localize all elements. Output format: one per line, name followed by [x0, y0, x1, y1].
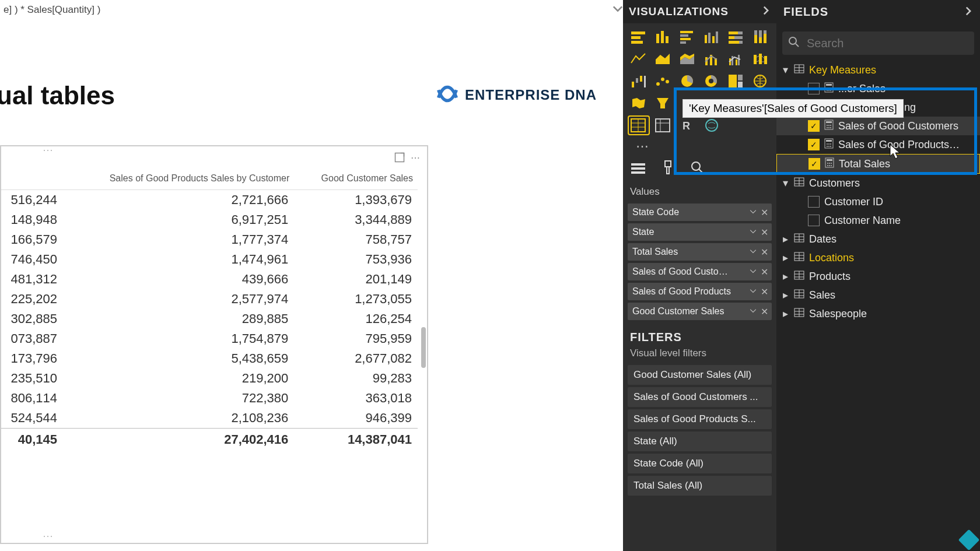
- fields-well-icon[interactable]: [630, 161, 646, 179]
- table-locations[interactable]: ▸Locations: [776, 248, 980, 267]
- area-chart-icon[interactable]: [653, 50, 673, 68]
- column-header[interactable]: Good Customer Sales: [294, 170, 418, 190]
- map-icon[interactable]: [751, 72, 771, 90]
- table-row[interactable]: 073,8871,754,879795,959: [1, 329, 418, 349]
- filter-pill[interactable]: Sales of Good Products S...: [628, 409, 772, 429]
- table-row[interactable]: 235,510219,20099,283: [1, 368, 418, 388]
- table-row[interactable]: 806,114722,380363,018: [1, 388, 418, 408]
- checkbox[interactable]: [808, 215, 820, 226]
- table-visual-icon[interactable]: [629, 117, 649, 134]
- donut-chart-icon[interactable]: [702, 72, 722, 90]
- table-row[interactable]: 524,5442,108,236946,399: [1, 408, 418, 429]
- value-pill[interactable]: Sales of Good Products✕: [628, 283, 772, 300]
- chevron-right-icon[interactable]: [761, 5, 771, 18]
- line-chart-icon[interactable]: [629, 50, 649, 68]
- table-row[interactable]: 302,885289,885126,254: [1, 309, 418, 329]
- line-stacked-column-icon[interactable]: [702, 50, 722, 68]
- report-canvas[interactable]: ual tables ENTERPRISE DNA ⋯ ⋯ ⋯ Sales of…: [0, 20, 623, 551]
- visual-gallery[interactable]: R ⋯: [623, 23, 776, 156]
- r-visual-icon[interactable]: R: [678, 117, 698, 134]
- field-row[interactable]: ✓Sales of Good Customers: [776, 117, 980, 135]
- treemap-icon[interactable]: [726, 72, 746, 90]
- chevron-down-icon[interactable]: [750, 247, 757, 257]
- filter-pill[interactable]: Good Customer Sales (All): [628, 365, 772, 385]
- column-header[interactable]: [1, 170, 63, 190]
- checkbox[interactable]: ✓: [808, 158, 820, 170]
- field-row[interactable]: ✓Total Sales: [776, 154, 980, 174]
- focus-mode-icon[interactable]: [394, 152, 405, 165]
- more-visuals-icon[interactable]: ⋯: [629, 139, 771, 154]
- table-row[interactable]: 166,5791,777,374758,757: [1, 230, 418, 250]
- remove-icon[interactable]: ✕: [761, 227, 768, 238]
- clustered-column-icon[interactable]: [702, 28, 722, 45]
- field-row[interactable]: ...er Sales: [776, 79, 980, 98]
- remove-icon[interactable]: ✕: [761, 306, 768, 317]
- fields-search[interactable]: [782, 31, 974, 55]
- visualizations-header[interactable]: VISUALIZATIONS: [623, 0, 776, 23]
- chevron-down-icon[interactable]: [750, 306, 757, 317]
- stacked-bar-icon[interactable]: [629, 28, 649, 45]
- more-options-icon[interactable]: ⋯: [411, 152, 420, 165]
- checkbox[interactable]: ✓: [808, 120, 820, 132]
- filled-map-icon[interactable]: [629, 94, 649, 112]
- filter-pill[interactable]: State (All): [628, 431, 772, 451]
- clustered-bar-icon[interactable]: [678, 28, 698, 45]
- table-row[interactable]: 516,2442,721,6661,393,679: [1, 190, 418, 210]
- chevron-down-icon[interactable]: [750, 266, 757, 277]
- chevron-down-icon[interactable]: [750, 286, 757, 297]
- table-key-measures[interactable]: ▾Key Measures: [776, 61, 980, 79]
- value-pill[interactable]: State✕: [628, 223, 772, 241]
- scrollbar-thumb[interactable]: [421, 327, 426, 368]
- chevron-down-icon[interactable]: [750, 227, 757, 237]
- line-clustered-column-icon[interactable]: [726, 50, 746, 68]
- ribbon-chart-icon[interactable]: [751, 50, 771, 68]
- table-row[interactable]: 746,4501,474,961753,936: [1, 250, 418, 269]
- table-row[interactable]: 481,312439,666201,149: [1, 269, 418, 289]
- table-row[interactable]: 148,9486,917,2513,344,889: [1, 210, 418, 230]
- table-row[interactable]: 173,7965,438,6592,677,082: [1, 349, 418, 368]
- table-row[interactable]: 225,2022,577,9741,273,055: [1, 289, 418, 309]
- chevron-down-icon[interactable]: [750, 207, 757, 217]
- value-pill[interactable]: Total Sales✕: [628, 243, 772, 261]
- remove-icon[interactable]: ✕: [761, 207, 768, 218]
- filter-pill[interactable]: Sales of Good Customers ...: [628, 387, 772, 407]
- value-pill[interactable]: Good Customer Sales✕: [628, 303, 772, 320]
- remove-icon[interactable]: ✕: [761, 247, 768, 258]
- table-dates[interactable]: ▸Dates: [776, 230, 980, 248]
- pie-chart-icon[interactable]: [678, 72, 698, 90]
- checkbox[interactable]: ✓: [808, 139, 820, 150]
- checkbox[interactable]: [808, 196, 820, 208]
- stacked-column-icon[interactable]: [653, 28, 673, 45]
- table-salespeople[interactable]: ▸Salespeople: [776, 304, 980, 323]
- stacked-column-100-icon[interactable]: [751, 28, 771, 45]
- formula-bar[interactable]: e] ) * Sales[Quantity] ): [0, 0, 626, 20]
- filter-pill[interactable]: Total Sales (All): [628, 476, 772, 496]
- chevron-right-icon[interactable]: [964, 5, 973, 19]
- field-wells-tabs[interactable]: [623, 156, 776, 180]
- table-visual[interactable]: ⋯ ⋯ ⋯ Sales of Good Products Sales by Cu…: [0, 145, 428, 544]
- funnel-icon[interactable]: [653, 94, 673, 112]
- value-pill[interactable]: Sales of Good Customers✕: [628, 263, 772, 280]
- fields-header[interactable]: FIELDS: [776, 0, 980, 23]
- visual-header-menu[interactable]: ⋯: [394, 152, 420, 165]
- value-pill[interactable]: State Code✕: [628, 203, 772, 221]
- expand-formula-icon[interactable]: [612, 3, 623, 17]
- analytics-well-icon[interactable]: [690, 160, 706, 179]
- table-customers[interactable]: ▾Customers: [776, 174, 980, 192]
- field-row[interactable]: Customer ID: [776, 192, 980, 211]
- filter-pill[interactable]: State Code (All): [628, 454, 772, 473]
- remove-icon[interactable]: ✕: [761, 286, 768, 297]
- remove-icon[interactable]: ✕: [761, 266, 768, 278]
- field-row[interactable]: ✓Sales of Good Products Sa...: [776, 135, 980, 154]
- drag-handle-icon[interactable]: ⋯: [42, 148, 54, 156]
- matrix-icon[interactable]: [653, 117, 673, 134]
- table-products[interactable]: ▸Products: [776, 267, 980, 286]
- checkbox[interactable]: [808, 83, 820, 94]
- stacked-area-icon[interactable]: [678, 50, 698, 68]
- waterfall-icon[interactable]: [629, 72, 649, 90]
- format-well-icon[interactable]: [662, 160, 674, 179]
- column-header[interactable]: Sales of Good Products Sales by Customer: [63, 170, 294, 190]
- field-row[interactable]: Customer Name: [776, 211, 980, 230]
- search-input[interactable]: [806, 36, 968, 51]
- python-visual-icon[interactable]: [702, 117, 722, 134]
